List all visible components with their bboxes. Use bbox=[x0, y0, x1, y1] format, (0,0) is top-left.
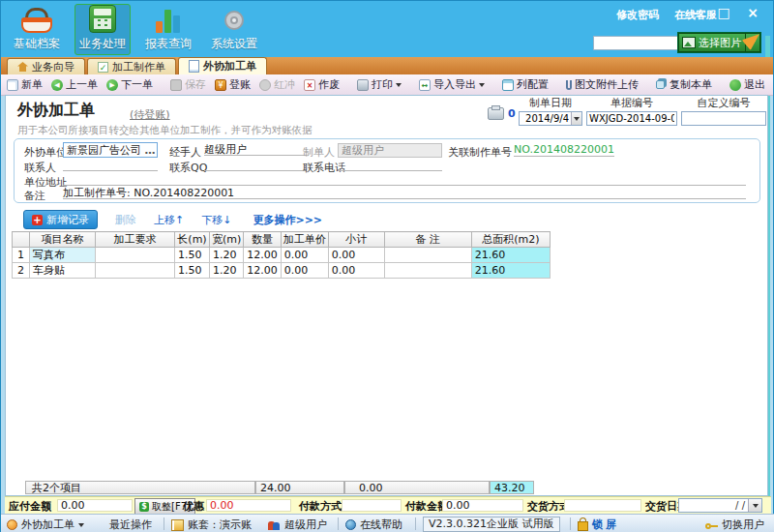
item-price-cell[interactable]: 0.00 bbox=[281, 248, 328, 263]
switch-user-button[interactable]: 切换用户 bbox=[705, 517, 764, 532]
col-header-area[interactable]: 总面积(m2) bbox=[471, 232, 550, 248]
item-subtotal-cell[interactable]: 0.00 bbox=[328, 248, 384, 263]
tab-production-order[interactable]: ✓ 加工制作单 bbox=[87, 58, 176, 74]
unit-picker-button[interactable]: … bbox=[143, 144, 157, 157]
summary-subtotal: 0.00 bbox=[344, 481, 490, 494]
col-header-price[interactable]: 加工单价 bbox=[281, 232, 328, 248]
minimize-button[interactable]: – bbox=[686, 5, 703, 20]
statusbar-doc-type[interactable]: 外协加工单 bbox=[7, 517, 84, 532]
new-order-button[interactable]: 新单 bbox=[7, 77, 43, 92]
add-record-label: 新增记录 bbox=[46, 213, 89, 227]
lock-screen-button[interactable]: 锁屏 bbox=[578, 517, 619, 532]
post-account-button[interactable]: ¥登账 bbox=[215, 77, 251, 92]
ledger-icon: ¥ bbox=[215, 79, 226, 91]
nav-item-base-archive[interactable]: 基础档案 bbox=[9, 4, 65, 55]
statusbar-account[interactable]: 账套：演示账 bbox=[171, 517, 252, 532]
table-row[interactable]: 2 车身贴 1.50 1.20 12.00 0.00 0.00 21.60 bbox=[13, 263, 551, 279]
item-name-cell[interactable]: 写真布 bbox=[30, 248, 96, 263]
remark-field[interactable]: 加工制作单号: NO.201408220001 bbox=[63, 186, 746, 199]
date-dropdown-button[interactable] bbox=[571, 112, 581, 125]
nav-item-settings[interactable]: 系统设置 bbox=[206, 4, 262, 55]
prev-order-button[interactable]: ◀上一单 bbox=[51, 77, 98, 92]
col-header-length[interactable]: 长(m) bbox=[175, 232, 210, 248]
order-date-field: 制单日期 bbox=[519, 96, 582, 126]
page-subtitle: 用于本公司所接项目转交给其他单位加工制作，并可作为对账依据 bbox=[17, 124, 313, 137]
nav-label: 业务处理 bbox=[79, 36, 126, 52]
item-qty-cell[interactable]: 12.00 bbox=[244, 263, 282, 279]
col-header-name[interactable]: 项目名称 bbox=[30, 232, 96, 248]
custom-number-label: 自定义编号 bbox=[681, 96, 766, 110]
unit-field[interactable]: 新景园广告公司 … bbox=[63, 142, 158, 158]
item-price-cell[interactable]: 0.00 bbox=[281, 263, 328, 279]
item-qty-cell[interactable]: 12.00 bbox=[244, 248, 282, 263]
col-header-subtotal[interactable]: 小计 bbox=[328, 232, 384, 248]
col-header-remark[interactable]: 备 注 bbox=[384, 232, 471, 248]
more-actions-link[interactable]: 更多操作>>> bbox=[253, 213, 322, 227]
discount-field[interactable]: 0.00 bbox=[206, 499, 291, 512]
payable-field[interactable]: 0.00 bbox=[57, 499, 133, 512]
discount-label: 优惠 bbox=[183, 499, 204, 514]
globe-icon bbox=[345, 519, 356, 530]
statusbar-separator bbox=[570, 517, 571, 530]
doc-number-field: 单据编号 bbox=[586, 96, 677, 126]
item-requirement-cell[interactable] bbox=[96, 263, 175, 279]
change-password-link[interactable]: 修改密码 bbox=[616, 8, 659, 22]
order-date-input[interactable] bbox=[520, 113, 571, 125]
creator-field: 超级用户 bbox=[338, 143, 442, 158]
custom-number-input[interactable] bbox=[682, 113, 765, 125]
pay-method-field[interactable] bbox=[342, 499, 402, 512]
item-width-cell[interactable]: 1.20 bbox=[210, 263, 244, 279]
delivery-date-field[interactable]: / / bbox=[678, 498, 762, 513]
import-export-button[interactable]: ↔导入导出 bbox=[419, 77, 485, 92]
version-label: V2.3.0.321企业版 试用版 bbox=[423, 517, 560, 532]
attachment-upload-button[interactable]: 图文附件上传 bbox=[566, 77, 639, 92]
tab-business-wizard[interactable]: 业务向导 bbox=[7, 58, 85, 74]
close-button[interactable]: × bbox=[744, 5, 761, 20]
item-requirement-cell[interactable] bbox=[96, 248, 175, 263]
related-order-value[interactable]: NO.201408220001 bbox=[514, 143, 614, 157]
nav-item-business[interactable]: 业务处理 bbox=[74, 4, 131, 55]
void-button[interactable]: ×作废 bbox=[304, 77, 340, 92]
item-subtotal-cell[interactable]: 0.00 bbox=[328, 263, 384, 279]
address-field[interactable] bbox=[63, 172, 746, 186]
handler-field[interactable]: 超级用户 bbox=[204, 142, 307, 156]
pay-amount-field[interactable]: 0.00 bbox=[442, 499, 523, 512]
column-config-button[interactable]: 列配置 bbox=[502, 77, 549, 92]
print-button[interactable]: 打印 bbox=[357, 77, 402, 92]
printer-icon[interactable] bbox=[488, 107, 504, 120]
item-remark-cell[interactable] bbox=[384, 263, 471, 279]
col-header-requirement[interactable]: 加工要求 bbox=[96, 232, 175, 248]
delivery-date-dropdown[interactable] bbox=[748, 499, 761, 512]
statusbar-recent[interactable]: 最近操作 bbox=[109, 517, 152, 532]
col-header-qty[interactable]: 数量 bbox=[244, 232, 282, 248]
maximize-button[interactable]: □ bbox=[715, 5, 732, 20]
statusbar-help[interactable]: 在线帮助 bbox=[345, 517, 402, 532]
exit-button[interactable]: 退出 bbox=[729, 77, 765, 92]
statusbar-user[interactable]: 超级用户 bbox=[268, 517, 327, 532]
item-width-cell[interactable]: 1.20 bbox=[210, 248, 244, 263]
nav-item-reports[interactable]: 报表查询 bbox=[140, 4, 196, 55]
phone-field[interactable] bbox=[338, 158, 442, 171]
item-length-cell[interactable]: 1.50 bbox=[175, 263, 210, 279]
picture-icon bbox=[682, 37, 696, 48]
add-record-button[interactable]: + 新增记录 bbox=[23, 210, 98, 229]
qq-field[interactable] bbox=[204, 158, 307, 171]
next-order-button[interactable]: ▶下一单 bbox=[106, 77, 153, 92]
image-path-input[interactable] bbox=[593, 36, 678, 50]
move-down-button[interactable]: 下移↓ bbox=[201, 213, 231, 227]
contact-label: 联系人 bbox=[24, 161, 56, 175]
save-icon bbox=[170, 79, 182, 91]
col-header-width[interactable]: 宽(m) bbox=[210, 232, 244, 248]
copy-order-button[interactable]: 复制本单 bbox=[656, 77, 712, 92]
contact-field[interactable] bbox=[63, 158, 158, 171]
doc-number-label: 单据编号 bbox=[586, 96, 677, 110]
move-up-button[interactable]: 上移↑ bbox=[154, 213, 184, 227]
tab-outsourced-order[interactable]: 外协加工单 bbox=[178, 57, 267, 74]
item-name-cell[interactable]: 车身贴 bbox=[30, 263, 96, 279]
item-length-cell[interactable]: 1.50 bbox=[175, 248, 210, 263]
row-number-cell: 1 bbox=[13, 248, 30, 263]
doc-number-input[interactable] bbox=[587, 113, 676, 125]
item-remark-cell[interactable] bbox=[384, 248, 471, 263]
delivery-method-field[interactable] bbox=[564, 499, 641, 512]
table-row[interactable]: 1 写真布 1.50 1.20 12.00 0.00 0.00 21.60 bbox=[13, 248, 551, 263]
